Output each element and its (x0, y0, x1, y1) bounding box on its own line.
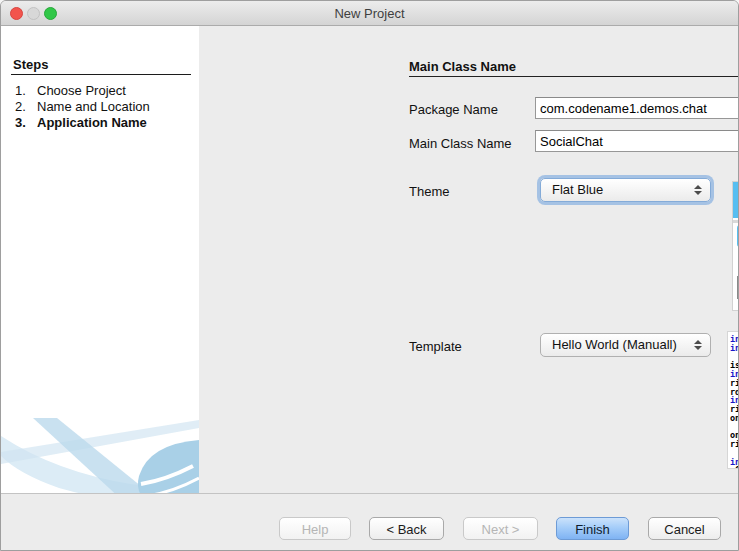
dropdown-arrows-icon (694, 185, 702, 195)
code-line: rid.setLayout(grd); (730, 405, 739, 414)
content-panel: Main Class Name Package Name Main Class … (199, 26, 739, 493)
code-line: inal Button asGrid = new Button("A (730, 458, 739, 467)
package-name-input[interactable] (535, 97, 739, 119)
help-button: Help (279, 517, 351, 540)
code-preview: inal Container contactsDemo = new inal I… (727, 331, 739, 469)
main-class-name-label: Main Class Name (409, 136, 512, 151)
window-title: New Project (1, 1, 738, 26)
step-item-choose-project: 1.Choose Project (15, 83, 195, 98)
step-item-name-location: 2.Name and Location (15, 99, 195, 114)
step-item-application-name: 3.Application Name (15, 115, 195, 130)
back-button[interactable]: < Back (369, 517, 444, 540)
title-bar[interactable]: New Project (1, 1, 738, 26)
step-label: Choose Project (37, 83, 126, 98)
code-line: inal ContainerList grid = new Cont (730, 396, 739, 405)
code-line: sGrid.addActionListener(new ActionLis (730, 466, 739, 469)
code-line: inal Container contactsDemo = new (730, 335, 739, 344)
header-rule (409, 76, 739, 77)
main-class-name-input[interactable] (535, 130, 739, 152)
code-line: rd.setAutoFit(true); (730, 388, 739, 397)
code-line (730, 423, 739, 432)
page-title: Main Class Name (409, 59, 516, 74)
step-label: Application Name (37, 115, 147, 130)
step-number: 2. (15, 99, 37, 114)
template-selected-value: Hello World (Manuall) (552, 337, 677, 352)
theme-dropdown[interactable]: Flat Blue (540, 178, 711, 202)
step-label: Name and Location (37, 99, 150, 114)
code-line: inal List contactsList = new List( (730, 370, 739, 379)
preview-titlebar: Hi World (733, 182, 739, 218)
dropdown-arrows-icon (694, 340, 702, 350)
code-line: ontactsDemo.addComponent(BorderLay (730, 414, 739, 423)
code-line (730, 353, 739, 362)
theme-label: Theme (409, 184, 449, 199)
theme-selected-value: Flat Blue (552, 182, 603, 197)
step-number: 1. (15, 83, 37, 98)
code-line: ridLayout grd = new GridLayout(1, (730, 379, 739, 388)
template-label: Template (409, 339, 462, 354)
template-dropdown[interactable]: Hello World (Manuall) (540, 333, 711, 357)
cancel-button[interactable]: Cancel (648, 517, 721, 540)
code-line: inal Image defaultIcon = getResour (730, 344, 739, 353)
finish-button[interactable]: Finish (556, 517, 629, 540)
code-line: istModel m = new ContactsModel(Dis (730, 361, 739, 370)
next-button: Next > (463, 517, 538, 540)
code-line: ontactsList.setRenderer(createList (730, 431, 739, 440)
code-line: rid.setRenderer(createGridRendere (730, 440, 739, 449)
theme-preview-image: Hi World Button Item 1 TextField (732, 181, 739, 311)
steps-sidebar: Steps 1.Choose Project 2.Name and Locati… (1, 26, 199, 493)
new-project-dialog: New Project Steps 1.Choose Project 2.Nam… (0, 0, 739, 551)
steps-heading: Steps (13, 57, 48, 72)
step-number: 3. (15, 115, 37, 130)
code-line (730, 449, 739, 458)
steps-heading-rule (11, 74, 191, 75)
preview-divider (733, 220, 739, 223)
package-name-label: Package Name (409, 102, 498, 117)
